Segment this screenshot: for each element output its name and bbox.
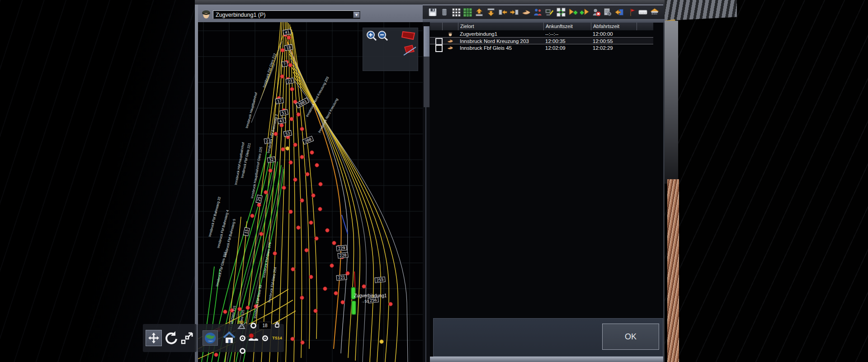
table-row[interactable]: Innsbruck Fbf Gleis 45 12:02:09 12:02:29 [430,44,653,51]
toolbar-insert-after-icon[interactable] [497,7,508,18]
toolbar-platform-icon[interactable] [637,7,648,18]
column-zielort[interactable]: Zielort [458,23,543,30]
toolbar-move-down-icon[interactable] [486,7,496,18]
table-row[interactable]: Innsbruck Nord Kreuzung 203 12:00:35 12:… [430,37,653,44]
signal-dot[interactable] [319,182,323,186]
signal-dot[interactable] [311,194,316,198]
signal-dot[interactable] [341,300,345,305]
signal-dot[interactable] [309,221,313,225]
signal-dot[interactable] [280,75,284,79]
signal-dot[interactable] [246,306,250,310]
selected-train[interactable] [352,301,356,314]
signal-dot[interactable] [314,309,318,313]
signal-dot[interactable] [315,237,319,241]
globe-view-button[interactable] [203,330,218,346]
signal-dot[interactable] [326,229,330,233]
signal-dot[interactable] [323,287,327,291]
map-scrollbar-thumb[interactable] [424,26,429,57]
toolbar-edit-console-icon[interactable] [544,7,555,18]
table-row[interactable]: Zugverbindung1 --:--:-- 12:00:00 [430,30,653,37]
signal-dot[interactable] [300,199,304,203]
row-checkbox[interactable] [435,45,443,52]
track-line[interactable] [288,45,348,353]
signal-dot[interactable] [281,48,285,52]
signal-dot[interactable] [300,155,304,159]
toolbar-add-waypoint-icon[interactable] [579,7,590,18]
map-mode-radio[interactable] [250,323,256,329]
signal-dot[interactable] [332,241,336,245]
map-mode-radio[interactable] [240,335,245,341]
toolbar-passengers-icon[interactable] [532,7,543,18]
toolbar-grid-icon[interactable] [451,7,462,18]
toolbar-grid-active-icon[interactable] [462,7,473,18]
signal-dot[interactable] [289,161,293,165]
signal-dot[interactable] [293,143,297,147]
signal-dot[interactable] [305,248,309,252]
signal-dot[interactable] [250,214,255,218]
signal-mode-radio[interactable] [262,335,268,341]
home-view-button[interactable] [222,331,236,345]
signal-dot[interactable] [293,178,297,182]
lock-icon[interactable] [274,321,280,330]
column-abfahrtszeit[interactable]: Abfahrtszeit [591,23,637,30]
signal-dot[interactable] [300,296,304,300]
signal-dot[interactable] [297,113,301,117]
zoom-out-icon[interactable] [378,31,387,40]
signal-layer-icon[interactable] [248,333,259,343]
signal-dot[interactable] [309,275,313,279]
signal-dot[interactable] [297,226,301,230]
toolbar-remove-driver-icon[interactable] [591,7,602,18]
toolbar-go-to-icon[interactable] [614,7,625,18]
pan-tool-button[interactable] [146,330,162,346]
signal-dot[interactable] [281,148,285,152]
jump-to-button[interactable] [180,331,194,345]
signal-dot[interactable] [288,63,292,67]
signal-dot[interactable] [389,302,393,306]
signal-dot[interactable] [214,353,218,357]
signal-mode-radio[interactable] [240,348,245,354]
zoom-in-icon[interactable] [367,31,376,40]
track-line[interactable] [245,22,281,339]
track-map[interactable]: 4118723175143532001200229220221255256232… [198,22,423,362]
signal-shape-icon[interactable] [402,32,415,39]
signal-dot[interactable] [259,232,264,236]
signal-dot[interactable] [310,151,314,155]
signal-dot[interactable] [315,163,319,167]
signal-dot[interactable] [290,87,294,91]
column-ankunftszeit[interactable]: Ankunftszeit [543,23,591,30]
signal-dot[interactable] [300,127,304,131]
ok-button[interactable]: OK [602,324,659,350]
layer-value-input[interactable] [259,322,271,329]
toolbar-move-up-icon[interactable] [474,7,485,18]
toolbar-delete-icon[interactable] [439,7,450,18]
toolbar-flag-icon[interactable] [626,7,637,18]
signal-dot[interactable] [306,172,310,176]
signal-dot[interactable] [287,36,291,40]
signal-dot[interactable] [330,264,334,268]
3d-view-icon[interactable]: 3D [237,321,247,329]
signal-dot[interactable] [291,267,295,272]
signal-dot[interactable] [269,169,273,173]
signal-dot-yellow[interactable] [286,147,290,151]
toolbar-add-stop-icon[interactable] [567,7,578,18]
signal-dot[interactable] [334,291,338,295]
toolbar-expand-tiles-icon[interactable] [556,7,566,18]
rotate-view-button[interactable] [163,330,179,346]
toolbar-station-icon[interactable] [649,7,660,18]
toolbar-pointer-hand-icon[interactable] [521,7,532,18]
dropdown-arrow-icon[interactable]: ▼ [353,11,360,18]
signal-dot[interactable] [223,310,227,314]
signal-dot[interactable] [362,285,366,289]
signal-edit-icon[interactable] [404,45,416,55]
signal-dot-yellow[interactable] [380,340,384,344]
signal-dot[interactable] [289,210,293,214]
signal-dot[interactable] [290,117,294,121]
signal-dot[interactable] [282,186,286,190]
signal-dot[interactable] [318,207,322,211]
toolbar-save-icon[interactable] [427,7,438,18]
train-connection-dropdown[interactable]: Zugverbindung1 (P) [213,10,360,19]
signal-dot[interactable] [291,337,295,341]
toolbar-insert-before-icon[interactable] [509,7,520,18]
track-line[interactable] [278,22,287,362]
toolbar-task-settings-icon[interactable] [602,7,613,18]
